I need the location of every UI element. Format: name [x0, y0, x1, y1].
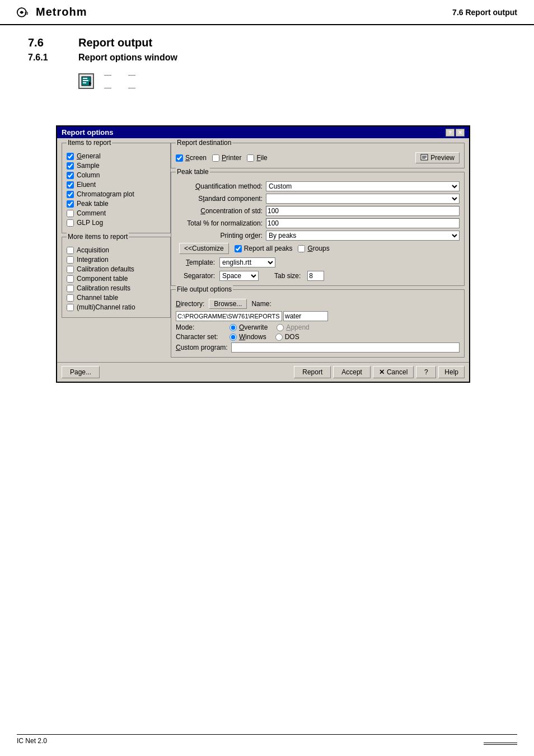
chk-cal-def-label: Calibration defaults [77, 265, 134, 273]
chk-column[interactable] [67, 172, 74, 179]
help-question-button[interactable]: ? [416, 366, 436, 378]
text-lines: — — — — [104, 71, 135, 92]
chk-eluent-item: Eluent [67, 181, 166, 189]
printing-order-select[interactable]: By peaks By name By number [266, 231, 460, 241]
chk-chan[interactable] [67, 294, 74, 302]
chk-chroma-label: Chromatogram plot [77, 190, 134, 198]
std-component-select[interactable] [266, 194, 460, 204]
chk-sample[interactable] [67, 162, 74, 170]
groups-checkbox[interactable] [298, 245, 305, 252]
dos-label: DOS [285, 333, 299, 341]
chk-chan-item: Channel table [67, 294, 166, 302]
chk-acq-item: Acquisition [67, 246, 166, 254]
quant-method-label: Quantification method: [176, 182, 263, 190]
report-all-peaks-item: Report all peaks [235, 245, 293, 252]
report-all-peaks-label: Report all peaks [244, 245, 293, 252]
chk-comp[interactable] [67, 275, 74, 283]
report-dest-label: Report destination [176, 139, 232, 147]
dest-screen-checkbox[interactable] [176, 154, 183, 162]
chk-eluent[interactable] [67, 181, 74, 189]
svg-rect-3 [83, 78, 87, 79]
chk-chroma[interactable] [67, 191, 74, 198]
chk-int-label: Integration [77, 256, 109, 264]
dialog-title: Report options [62, 128, 113, 137]
chk-comment[interactable] [67, 210, 74, 217]
printing-order-row: Printing order: By peaks By name By numb… [176, 231, 460, 241]
chk-glp[interactable] [67, 219, 74, 227]
chk-multi-item: (multi)Channel ratio [67, 303, 166, 311]
customize-button[interactable]: <<Customize [179, 243, 229, 254]
footer-lines [484, 743, 517, 745]
report-all-peaks-checkbox[interactable] [235, 245, 242, 252]
dest-screen-label: Screen [185, 154, 207, 162]
charset-label: Character set: [176, 333, 221, 341]
close-titlebar-btn[interactable]: ✕ [456, 129, 465, 137]
tabsize-label: Tab size: [274, 272, 301, 280]
conc-std-row: Concentration of std: [176, 206, 460, 216]
dest-printer-checkbox[interactable] [212, 154, 219, 162]
chk-peak-table[interactable] [67, 200, 74, 208]
footer-right: Report Accept ✕ Cancel ? Help [294, 366, 465, 378]
tabsize-input[interactable] [307, 271, 324, 281]
chk-sample-label: Sample [77, 162, 100, 170]
std-component-row: Standard component: [176, 194, 460, 204]
toolbar-icon[interactable] [78, 73, 94, 89]
chk-cal-def[interactable] [67, 266, 74, 273]
chk-cal-res[interactable] [67, 285, 74, 292]
chk-glp-item: GLP Log [67, 219, 166, 227]
svg-rect-5 [83, 82, 86, 83]
chk-column-item: Column [67, 171, 166, 179]
dest-screen-item: Screen [176, 154, 207, 162]
chk-general-label: General [77, 152, 101, 160]
chk-int[interactable] [67, 256, 74, 264]
help-titlebar-btn[interactable]: ? [446, 129, 455, 137]
windows-radio[interactable] [229, 334, 237, 341]
groups-item: Groups [298, 245, 329, 252]
chk-acq[interactable] [67, 247, 74, 254]
preview-button[interactable]: Preview [415, 152, 460, 163]
svg-text:Ω: Ω [25, 10, 28, 15]
dialog-titlebar: Report options ? ✕ [57, 126, 469, 138]
dialog-body: Items to report General Sample Col [57, 138, 469, 362]
chk-chroma-item: Chromatogram plot [67, 190, 166, 198]
items-to-report-group: Items to report General Sample Col [62, 143, 171, 233]
overwrite-radio[interactable] [229, 324, 237, 331]
cancel-btn-label: Cancel [387, 368, 407, 376]
chk-multi[interactable] [67, 304, 74, 311]
page-header: Ω Metrohm 7.6 Report output [0, 0, 534, 25]
footer-left: Page... [62, 366, 100, 378]
custom-program-input[interactable] [231, 342, 460, 353]
report-button[interactable]: Report [294, 366, 331, 378]
section-76-number: 7.6 [28, 36, 62, 49]
page-button[interactable]: Page... [62, 366, 100, 378]
directory-input[interactable] [176, 311, 282, 321]
chk-int-item: Integration [67, 256, 166, 264]
chk-cal-def-item: Calibration defaults [67, 265, 166, 273]
append-radio[interactable] [277, 324, 284, 331]
chk-general[interactable] [67, 153, 74, 160]
conc-std-input[interactable] [266, 206, 460, 216]
template-select[interactable]: english.rtt german.rtt [219, 257, 275, 267]
chk-acq-label: Acquisition [77, 246, 109, 254]
separator-select[interactable]: Space Tab Comma [219, 271, 259, 281]
template-row: Template: english.rtt german.rtt [176, 257, 460, 267]
mode-label: Mode: [176, 323, 221, 331]
page-content: 7.6 Report output 7.6.1 Report options w… [0, 25, 534, 394]
dialog-wrapper: Report options ? ✕ Items to report [56, 125, 506, 383]
total-pct-input[interactable] [266, 218, 460, 228]
dest-file-checkbox[interactable] [247, 154, 254, 162]
file-output-row1: Directory: Browse... Name: [176, 299, 460, 309]
dest-file-label: File [256, 154, 267, 162]
name-input[interactable] [283, 311, 328, 321]
dos-radio[interactable] [275, 334, 283, 341]
section-761-title: Report options window [78, 53, 177, 63]
help-button[interactable]: Help [438, 366, 465, 378]
browse-button[interactable]: Browse... [209, 299, 247, 309]
chk-comp-item: Component table [67, 275, 166, 283]
total-pct-label: Total % for normalization: [176, 219, 263, 227]
quant-method-select[interactable]: Custom Area% Height% External std Intern… [266, 181, 460, 191]
report-dest-row: Screen Printer File [176, 152, 460, 163]
accept-button[interactable]: Accept [333, 366, 371, 378]
custom-program-row: Custom program: [176, 342, 460, 353]
cancel-button[interactable]: ✕ Cancel [373, 366, 414, 378]
